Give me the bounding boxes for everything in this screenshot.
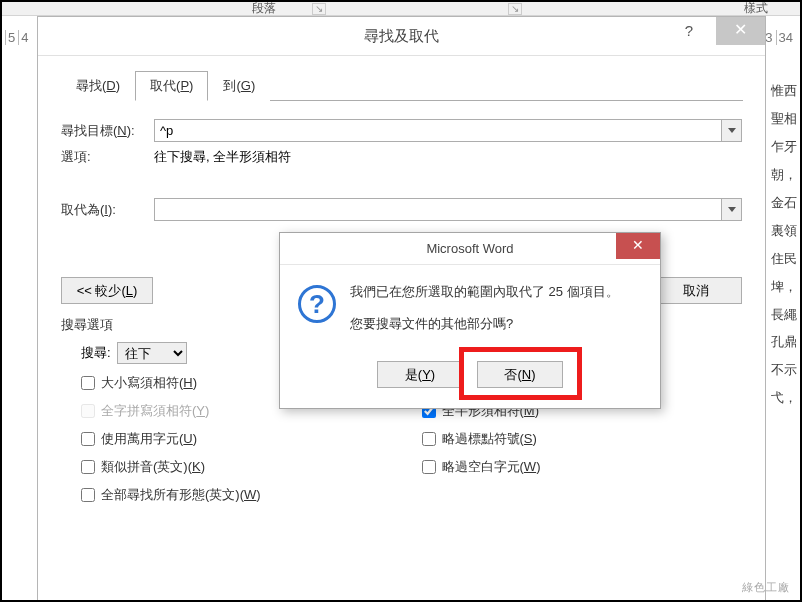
find-dropdown-button[interactable] [722, 119, 742, 142]
checkbox-option[interactable]: 略過標點符號(S) [422, 430, 743, 448]
confirm-title-text: Microsoft Word [426, 241, 513, 256]
replace-label: 取代為(I): [61, 201, 154, 219]
find-label: 尋找目標(N): [61, 122, 154, 140]
confirm-dialog: Microsoft Word ✕ ? 我們已在您所選取的範圍內取代了 25 個項… [279, 232, 661, 409]
document-text-fragment: 弋， [771, 384, 797, 412]
document-text-fragment: 金石 [771, 189, 797, 217]
checkbox-option[interactable]: 略過空白字元(W) [422, 458, 743, 476]
checkbox-label: 類似拼音(英文)(K) [101, 458, 205, 476]
search-direction-select[interactable]: 往下 [117, 342, 187, 364]
checkbox-input [81, 404, 95, 418]
checkbox-label: 略過空白字元(W) [442, 458, 541, 476]
search-direction-label: 搜尋: [81, 344, 111, 362]
checkbox-label: 大小寫須相符(H) [101, 374, 197, 392]
document-text-fragment: 乍牙 [771, 133, 797, 161]
checkbox-option[interactable]: 全部尋找所有形態(英文)(W) [81, 486, 402, 504]
document-text-column: 惟西聖相乍牙朝，金石裏領住民埤，長繩孔鼎不示弋， [770, 77, 797, 412]
checkbox-input[interactable] [422, 460, 436, 474]
checkbox-label: 略過標點符號(S) [442, 430, 537, 448]
tab-goto[interactable]: 到(G) [208, 71, 270, 101]
checkbox-input[interactable] [81, 460, 95, 474]
document-text-fragment: 不示 [771, 356, 797, 384]
options-label: 選項: [61, 148, 154, 166]
less-button[interactable]: << 較少(L) [61, 277, 153, 304]
dialog-title-text: 尋找及取代 [364, 27, 439, 46]
cancel-button[interactable]: 取消 [650, 277, 742, 304]
checkbox-label: 全部尋找所有形態(英文)(W) [101, 486, 261, 504]
checkbox-input[interactable] [422, 432, 436, 446]
document-text-fragment: 聖相 [771, 105, 797, 133]
ribbon-group-styles: 樣式 [744, 0, 768, 17]
ribbon-launcher-icon-2[interactable]: ↘ [508, 3, 522, 15]
dialog-help-button[interactable]: ? [666, 17, 712, 45]
checkbox-label: 全字拼寫須相符(Y) [101, 402, 209, 420]
checkbox-input[interactable] [81, 432, 95, 446]
dialog-tabs: 尋找(D) 取代(P) 到(G) [61, 70, 743, 101]
options-value: 往下搜尋, 全半形須相符 [154, 148, 291, 166]
question-icon: ? [298, 285, 336, 323]
replace-input[interactable] [154, 198, 722, 221]
checkbox-input[interactable] [81, 376, 95, 390]
document-text-fragment: 孔鼎 [771, 328, 797, 356]
dialog-titlebar: 尋找及取代 ? ✕ [38, 17, 765, 56]
tab-replace[interactable]: 取代(P) [135, 71, 208, 101]
document-text-fragment: 長繩 [771, 301, 797, 329]
document-text-fragment: 惟西 [771, 77, 797, 105]
confirm-close-button[interactable]: ✕ [616, 233, 660, 259]
checkbox-option[interactable]: 使用萬用字元(U) [81, 430, 402, 448]
ruler-left: 54 [5, 30, 31, 45]
watermark: 綠色工廠 [742, 580, 790, 595]
yes-button[interactable]: 是(Y) [377, 361, 463, 388]
dialog-close-button[interactable]: ✕ [716, 17, 765, 45]
document-text-fragment: 朝， [771, 161, 797, 189]
find-input[interactable] [154, 119, 722, 142]
checkbox-label: 使用萬用字元(U) [101, 430, 197, 448]
tab-find[interactable]: 尋找(D) [61, 71, 135, 101]
confirm-message: 我們已在您所選取的範圍內取代了 25 個項目。 您要搜尋文件的其他部分嗎? [350, 283, 619, 347]
checkbox-option[interactable]: 類似拼音(英文)(K) [81, 458, 402, 476]
form-area: 尋找目標(N): 選項: 往下搜尋, 全半形須相符 取代為(I): [38, 101, 765, 221]
document-text-fragment: 埤， [771, 273, 797, 301]
document-text-fragment: 住民 [771, 245, 797, 273]
ribbon-group-paragraph: 段落 [252, 0, 276, 17]
ribbon-launcher-icon[interactable]: ↘ [312, 3, 326, 15]
replace-dropdown-button[interactable] [722, 198, 742, 221]
checkbox-input[interactable] [81, 488, 95, 502]
confirm-titlebar: Microsoft Word ✕ [280, 233, 660, 265]
no-button[interactable]: 否(N) [477, 361, 563, 388]
ribbon-background [2, 2, 800, 16]
document-text-fragment: 裏領 [771, 217, 797, 245]
